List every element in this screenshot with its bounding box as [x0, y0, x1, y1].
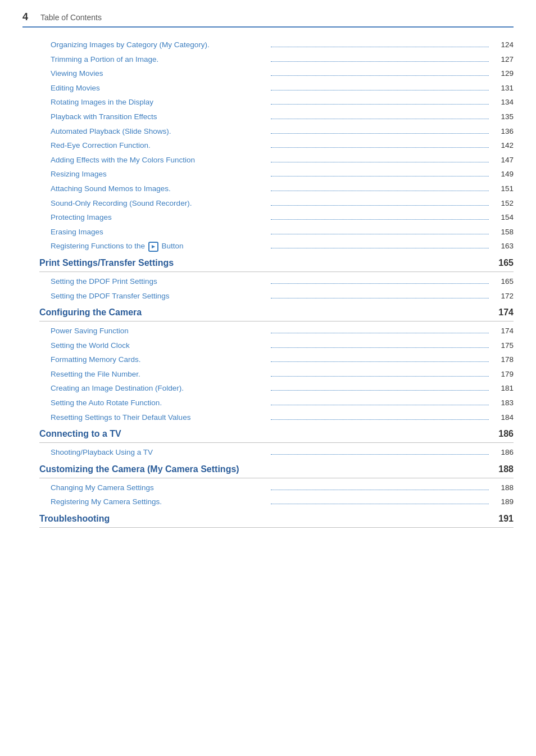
- dot-leader: [271, 454, 489, 455]
- dot-leader: [271, 490, 489, 490]
- dot-leader: [271, 419, 489, 420]
- dot-leader: [271, 347, 489, 348]
- entry-label: Automated Playback (Slide Shows).: [51, 125, 269, 138]
- dot-leader: [271, 504, 489, 504]
- toc-entry: Resetting Settings to Their Default Valu…: [39, 410, 514, 425]
- dot-leader: [271, 133, 489, 134]
- entry-page-number: 136: [491, 125, 514, 138]
- toc-entry: Formatting Memory Cards.178: [39, 352, 514, 367]
- dot-leader: [271, 47, 489, 47]
- toc-entry: Resizing Images149: [39, 167, 514, 182]
- toc-entry: Setting the DPOF Transfer Settings172: [39, 289, 514, 304]
- toc-entry: Rotating Images in the Display134: [39, 95, 514, 110]
- entry-label: Resetting the File Number.: [51, 368, 269, 381]
- entry-page-number: 175: [491, 339, 514, 352]
- header-title: Table of Contents: [40, 13, 102, 22]
- toc-entry: Creating an Image Destination (Folder).1…: [39, 381, 514, 396]
- toc-container: Organizing Images by Category (My Catego…: [22, 38, 514, 528]
- toc-entry: Playback with Transition Effects135: [39, 110, 514, 124]
- toc-entry: Sound-Only Recording (Sound Recorder).15…: [39, 196, 514, 211]
- toc-entry: Automated Playback (Slide Shows).136: [39, 124, 514, 139]
- section-heading-page: 165: [491, 258, 514, 268]
- entry-page-number: 147: [491, 154, 514, 166]
- entry-label: Viewing Movies: [51, 67, 269, 80]
- dot-leader: [271, 298, 489, 298]
- entry-page-number: 178: [491, 354, 514, 366]
- entry-label: Changing My Camera Settings: [51, 482, 269, 494]
- entry-page-number: 174: [491, 325, 514, 337]
- dot-leader: [271, 191, 489, 191]
- section-heading-label: Connecting to a TV: [39, 429, 121, 439]
- entry-label: Setting the DPOF Print Settings: [51, 275, 269, 288]
- entry-label: Playback with Transition Effects: [51, 111, 269, 123]
- entry-page-number: 172: [491, 290, 514, 302]
- entry-label: Formatting Memory Cards.: [51, 354, 269, 366]
- entry-label: Organizing Images by Category (My Catego…: [51, 39, 269, 51]
- section-heading: Troubleshooting191: [39, 509, 514, 528]
- dot-leader: [271, 405, 489, 405]
- toc-entry: Registering My Camera Settings.189: [39, 495, 514, 509]
- dot-leader: [271, 248, 489, 248]
- entry-page-number: 142: [491, 139, 514, 152]
- toc-entry: Editing Movies131: [39, 81, 514, 96]
- dot-leader: [271, 333, 489, 333]
- dot-leader: [271, 90, 489, 90]
- section-heading-page: 174: [491, 307, 514, 318]
- entry-page-number: 179: [491, 368, 514, 381]
- dot-leader: [271, 283, 489, 284]
- section-heading-page: 191: [491, 514, 514, 524]
- entry-page-number: 149: [491, 168, 514, 180]
- entry-page-number: 184: [491, 411, 514, 424]
- section-heading-label: Configuring the Camera: [39, 307, 142, 318]
- entry-page-number: 188: [491, 482, 514, 494]
- entry-page-number: 154: [491, 211, 514, 224]
- entry-label: Registering My Camera Settings.: [51, 496, 269, 508]
- entry-page-number: 158: [491, 226, 514, 238]
- toc-entry: Organizing Images by Category (My Catego…: [39, 38, 514, 52]
- menu-icon: [148, 242, 158, 252]
- entry-page-number: 135: [491, 111, 514, 123]
- entry-label: Resizing Images: [51, 168, 269, 180]
- entry-label: Setting the DPOF Transfer Settings: [51, 290, 269, 302]
- toc-entry: Protecting Images154: [39, 210, 514, 225]
- entry-label: Power Saving Function: [51, 325, 269, 337]
- toc-entry: Attaching Sound Memos to Images.151: [39, 182, 514, 196]
- dot-leader: [271, 234, 489, 234]
- entry-label: Setting the World Clock: [51, 339, 269, 352]
- entry-label: Setting the Auto Rotate Function.: [51, 397, 269, 409]
- toc-entry: Power Saving Function174: [39, 324, 514, 338]
- dot-leader: [271, 75, 489, 76]
- section-heading-page: 188: [491, 464, 514, 474]
- entry-page-number: 181: [491, 382, 514, 395]
- entry-label: Sound-Only Recording (Sound Recorder).: [51, 197, 269, 210]
- entry-page-number: 134: [491, 96, 514, 108]
- page-number: 4: [22, 11, 34, 23]
- entry-label: Protecting Images: [51, 211, 269, 224]
- entry-label: Erasing Images: [51, 226, 269, 238]
- entry-page-number: 131: [491, 82, 514, 94]
- entry-page-number: 165: [491, 275, 514, 288]
- toc-entry: Trimming a Portion of an Image.127: [39, 52, 514, 67]
- entry-page-number: 163: [491, 240, 514, 252]
- entry-label: Red-Eye Correction Function.: [51, 139, 269, 152]
- dot-leader: [271, 205, 489, 206]
- section-heading-label: Troubleshooting: [39, 514, 110, 524]
- toc-entry: Adding Effects with the My Colors Functi…: [39, 153, 514, 168]
- section-heading-label: Print Settings/Transfer Settings: [39, 258, 174, 268]
- entry-page-number: 124: [491, 39, 514, 51]
- toc-entry: Red-Eye Correction Function.142: [39, 138, 514, 153]
- dot-leader: [271, 147, 489, 148]
- entry-page-number: 152: [491, 197, 514, 210]
- dot-leader: [271, 61, 489, 62]
- page-header: 4 Table of Contents: [22, 11, 514, 28]
- section-heading: Connecting to a TV186: [39, 424, 514, 443]
- entry-page-number: 127: [491, 53, 514, 66]
- entry-page-number: 189: [491, 496, 514, 508]
- entry-page-number: 129: [491, 67, 514, 80]
- entry-label: Rotating Images in the Display: [51, 96, 269, 108]
- entry-page-number: 151: [491, 183, 514, 195]
- toc-entry: Erasing Images158: [39, 225, 514, 239]
- entry-label: Registering Functions to the Button: [51, 240, 269, 252]
- entry-label: Attaching Sound Memos to Images.: [51, 183, 269, 195]
- entry-label: Shooting/Playback Using a TV: [51, 446, 269, 459]
